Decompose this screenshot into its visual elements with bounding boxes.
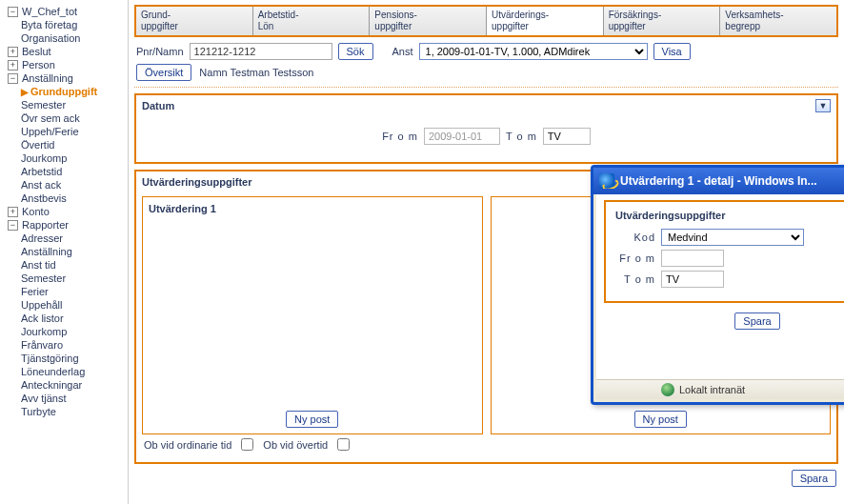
tab-arbetstid[interactable]: Arbetstid-Lön	[253, 7, 371, 35]
sidebar-item-label: Turbyte	[21, 406, 56, 417]
sidebar-item-anstbevis[interactable]: Anstbevis	[8, 192, 125, 205]
sidebar-item-fr-nvaro[interactable]: Frånvaro	[8, 338, 125, 352]
sidebar-item-label: Uppeh/Ferie	[21, 126, 79, 137]
sidebar-item-label: Jourkomp	[21, 152, 67, 164]
sidebar-item-label: Anstbevis	[21, 192, 67, 204]
sidebar-item-label: Anst ack	[21, 179, 61, 191]
sidebar-item-label: Arbetstid	[21, 166, 62, 177]
sidebar-item-anst-ack[interactable]: Anst ack	[8, 178, 125, 192]
sidebar-item-uppeh-ll[interactable]: Uppehåll	[8, 298, 125, 312]
sidebar-item-arbetstid[interactable]: Arbetstid	[8, 165, 125, 178]
tab-row: Grund-uppgifterArbetstid-LönPensions-upp…	[134, 5, 838, 37]
tab-verksamhets[interactable]: Verksamhets-begrepp	[720, 7, 836, 35]
sidebar-item-ack-listor[interactable]: Ack listor	[8, 312, 125, 325]
minus-icon[interactable]: −	[8, 73, 18, 84]
ob-over-checkbox[interactable]	[337, 438, 350, 451]
sidebar-item-anst-tid[interactable]: Anst tid	[8, 258, 125, 272]
tree-root-label: W_Chef_tot	[22, 6, 77, 17]
tab-utvrderings[interactable]: Utvärderings-uppgifter	[487, 7, 604, 35]
sok-button[interactable]: Sök	[338, 43, 373, 60]
sidebar-item-label: Anteckningar	[21, 379, 82, 391]
sidebar-item-label: Konto	[22, 206, 50, 217]
oversikt-button[interactable]: Översikt	[136, 64, 191, 81]
tree-root[interactable]: − W_Chef_tot	[8, 5, 125, 18]
pnr-label: Pnr/Namn	[136, 46, 184, 57]
popup-inner-title: Utvärderingsuppgifter	[615, 210, 844, 221]
sidebar-item-person[interactable]: +Person	[8, 58, 125, 71]
popup-to-label: T o m	[615, 273, 655, 285]
sidebar-item-organisation[interactable]: Organisation	[8, 31, 125, 45]
ny-post-button-left[interactable]: Ny post	[286, 411, 338, 428]
sidebar-item-adresser[interactable]: Adresser	[8, 232, 125, 245]
sidebar-item-label: Uppehåll	[21, 299, 62, 311]
sidebar-item-label: Avv tjänst	[21, 393, 67, 404]
ob-over-label: Ob vid övertid	[263, 439, 328, 451]
sidebar-item-tj-nstg-ring[interactable]: Tjänstgöring	[8, 352, 125, 365]
visa-button[interactable]: Visa	[653, 43, 691, 60]
to-input[interactable]	[543, 128, 591, 145]
name-display: Namn Testman Testsson	[199, 67, 313, 78]
ob-ord-checkbox[interactable]	[241, 438, 253, 451]
popup-titlebar[interactable]: Utvärdering 1 - detalj - Windows In... _…	[593, 168, 844, 194]
sidebar-item-ferier[interactable]: Ferier	[8, 285, 125, 298]
sidebar-item-label: Grunduppgift	[30, 86, 97, 97]
plus-icon[interactable]: +	[8, 207, 18, 217]
sidebar-item-konto[interactable]: +Konto	[8, 205, 125, 218]
sidebar-item--vertid[interactable]: Övertid	[8, 138, 125, 151]
spara-button[interactable]: Spara	[792, 470, 836, 487]
minus-icon[interactable]: −	[8, 7, 18, 17]
sidebar-item-label: Ack listor	[21, 312, 64, 324]
pnr-input[interactable]	[190, 43, 332, 60]
tab-frskrings[interactable]: Försäkrings-uppgifter	[604, 7, 721, 35]
anst-select[interactable]: 1, 2009-01-01-TV, 1.000, ADMdirek	[419, 43, 648, 60]
sidebar-item-l-neunderlag[interactable]: Löneunderlag	[8, 365, 125, 378]
sidebar-item-byta-f-retag[interactable]: Byta företag	[8, 18, 125, 31]
plus-icon[interactable]: +	[8, 60, 18, 71]
sidebar-item-label: Semester	[21, 272, 66, 284]
sidebar-item-rapporter[interactable]: −Rapporter	[8, 218, 125, 232]
popup-spara-button[interactable]: Spara	[734, 312, 779, 330]
popup-to-input[interactable]	[661, 271, 724, 288]
ie-icon	[599, 173, 614, 189]
sidebar-item-label: Anställning	[22, 72, 73, 84]
popup-window: Utvärdering 1 - detalj - Windows In... _…	[591, 165, 844, 405]
from-input[interactable]	[424, 128, 500, 145]
sidebar-item-beslut[interactable]: +Beslut	[8, 45, 125, 58]
popup-form-panel: Utvärderingsuppgifter Kod Medvind Fr o m…	[604, 200, 844, 303]
sidebar-item-jourkomp[interactable]: Jourkomp	[8, 325, 125, 338]
sidebar-item-label: Övr sem ack	[21, 112, 80, 124]
sidebar-item-grunduppgift[interactable]: ▶Grunduppgift	[8, 85, 125, 98]
sidebar-item-label: Anställning	[21, 246, 72, 257]
plus-icon[interactable]: +	[8, 47, 18, 57]
datum-panel: Datum ▼ Fr o m T o m	[134, 93, 838, 164]
sidebar-item-jourkomp[interactable]: Jourkomp	[8, 151, 125, 165]
tab-pensions[interactable]: Pensions-uppgifter	[370, 7, 487, 35]
sidebar-item--vr-sem-ack[interactable]: Övr sem ack	[8, 111, 125, 125]
sidebar-item-label: Ferier	[21, 286, 49, 297]
sidebar-item-label: Byta företag	[21, 19, 77, 30]
sidebar-item-label: Person	[22, 59, 55, 71]
popup-from-label: Fr o m	[615, 252, 655, 264]
sidebar-item-semester[interactable]: Semester	[8, 98, 125, 111]
collapse-icon[interactable]: ▼	[815, 99, 831, 112]
sidebar-item-anteckningar[interactable]: Anteckningar	[8, 378, 125, 392]
sidebar-item-turbyte[interactable]: Turbyte	[8, 405, 125, 418]
status-zone: Lokalt intranät	[679, 384, 745, 395]
sidebar-item-label: Semester	[21, 99, 66, 111]
to-label: T o m	[506, 131, 537, 142]
sidebar-item-label: Adresser	[21, 232, 63, 244]
sidebar-item-anst-llning[interactable]: Anställning	[8, 245, 125, 258]
sidebar-item-anst-llning[interactable]: −Anställning	[8, 71, 125, 85]
ny-post-button-right[interactable]: Ny post	[634, 411, 687, 428]
popup-from-input[interactable]	[661, 250, 724, 267]
arrow-icon: ▶	[21, 87, 29, 97]
sidebar-item-label: Jourkomp	[21, 326, 67, 337]
sidebar-tree: − W_Chef_tot Byta företagOrganisation+Be…	[0, 0, 129, 504]
tab-grund[interactable]: Grund-uppgifter	[136, 7, 253, 35]
minus-icon[interactable]: −	[8, 220, 18, 231]
sidebar-item-semester[interactable]: Semester	[8, 272, 125, 285]
sidebar-item-avv-tj-nst[interactable]: Avv tjänst	[8, 392, 125, 405]
sidebar-item-uppeh-ferie[interactable]: Uppeh/Ferie	[8, 125, 125, 138]
kod-select[interactable]: Medvind	[661, 229, 804, 246]
popup-statusbar: Lokalt intranät 100 % ▼	[596, 379, 844, 399]
